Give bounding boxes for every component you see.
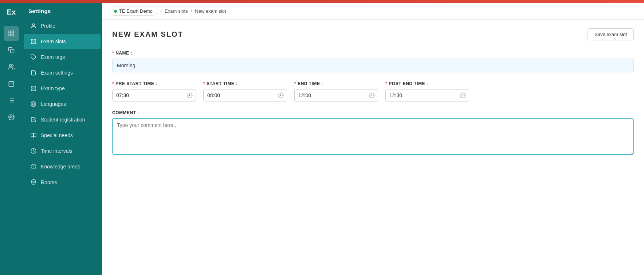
icon-bar: Ex bbox=[0, 3, 23, 275]
special-needs-icon bbox=[30, 132, 37, 139]
exam-settings-icon bbox=[30, 69, 37, 76]
svg-rect-21 bbox=[34, 42, 36, 44]
comment-textarea[interactable] bbox=[112, 118, 634, 155]
sidebar-label-profile: Profile bbox=[41, 23, 55, 29]
top-bar bbox=[0, 0, 644, 3]
sidebar-label-exam-tags: Exam tags bbox=[41, 54, 65, 60]
end-time-group: * END TIME : 🕐 bbox=[294, 81, 378, 101]
exam-slots-icon bbox=[30, 38, 37, 45]
pre-start-time-input[interactable] bbox=[113, 89, 184, 101]
breadcrumb-page: New exam slot bbox=[195, 8, 226, 14]
post-end-time-clock-icon: 🕐 bbox=[457, 90, 469, 100]
svg-rect-6 bbox=[9, 81, 14, 87]
time-fields-row: * PRE START TIME : 🕐 * START TIME : 🕐 bbox=[112, 81, 634, 101]
pre-start-time-group: * PRE START TIME : 🕐 bbox=[112, 81, 196, 101]
sidebar-label-time-intervals: Time intervals bbox=[41, 148, 72, 154]
sidebar-item-exam-settings[interactable]: Exam settings bbox=[24, 65, 101, 80]
breadcrumb-bar: TE Exam Demo › Exam slots / New exam slo… bbox=[102, 3, 644, 20]
post-end-time-group: * POST END TIME : 🕐 bbox=[385, 81, 469, 101]
main-content: TE Exam Demo › Exam slots / New exam slo… bbox=[102, 3, 644, 275]
start-time-input[interactable] bbox=[204, 89, 275, 101]
end-time-label: * END TIME : bbox=[294, 81, 378, 86]
name-input[interactable] bbox=[112, 59, 634, 72]
sidebar-label-student-registration: Student registration bbox=[41, 117, 85, 123]
svg-rect-3 bbox=[12, 34, 14, 36]
sidebar-label-special-needs: Special needs bbox=[41, 132, 73, 138]
pre-start-required: * bbox=[112, 81, 114, 86]
sidebar-label-knowledge-areas: Knowledge areas bbox=[41, 164, 80, 170]
start-time-group: * START TIME : 🕐 bbox=[203, 81, 287, 101]
app-logo: Ex bbox=[5, 6, 18, 19]
pre-start-time-clock-icon: 🕐 bbox=[184, 90, 196, 100]
icon-bar-item-list[interactable] bbox=[4, 93, 19, 108]
comment-label: COMMENT : bbox=[112, 110, 634, 115]
rooms-icon bbox=[30, 179, 37, 186]
time-intervals-icon bbox=[30, 147, 37, 155]
svg-rect-25 bbox=[31, 89, 33, 91]
breadcrumb-section: Exam slots bbox=[165, 8, 188, 14]
name-label: * NAME : bbox=[112, 51, 634, 56]
knowledge-areas-icon bbox=[30, 163, 37, 170]
breadcrumb-separator-2: / bbox=[191, 8, 192, 14]
start-time-label: * START TIME : bbox=[203, 81, 287, 86]
start-time-wrap: 🕐 bbox=[203, 89, 287, 101]
content-area: NEW EXAM SLOT Save exam slot * NAME : * … bbox=[102, 20, 644, 275]
sidebar-item-student-registration[interactable]: Student registration bbox=[24, 112, 101, 127]
sidebar-header: Settings bbox=[23, 3, 102, 18]
comment-field-group: COMMENT : bbox=[112, 110, 634, 156]
sidebar-item-special-needs[interactable]: Special needs bbox=[24, 128, 101, 143]
sidebar-item-exam-type[interactable]: Exam type bbox=[24, 81, 101, 96]
post-end-time-wrap: 🕐 bbox=[385, 89, 469, 101]
svg-rect-19 bbox=[34, 39, 36, 41]
page-title: NEW EXAM SLOT bbox=[112, 30, 183, 39]
sidebar-label-exam-type: Exam type bbox=[41, 85, 65, 91]
svg-point-33 bbox=[33, 181, 34, 183]
svg-rect-26 bbox=[34, 89, 36, 91]
post-end-time-input[interactable] bbox=[386, 89, 457, 101]
sidebar-item-exam-tags[interactable]: Exam tags bbox=[24, 49, 101, 65]
pre-start-time-label: * PRE START TIME : bbox=[112, 81, 196, 86]
svg-rect-18 bbox=[31, 39, 33, 41]
exam-type-icon bbox=[30, 85, 37, 92]
name-required-marker: * bbox=[112, 51, 114, 56]
tenant-pill[interactable]: TE Exam Demo bbox=[109, 7, 157, 16]
svg-rect-2 bbox=[9, 34, 11, 36]
post-end-required: * bbox=[385, 81, 387, 86]
name-field-group: * NAME : bbox=[112, 51, 634, 72]
svg-rect-1 bbox=[12, 31, 14, 33]
start-required: * bbox=[203, 81, 205, 86]
sidebar-item-exam-slots[interactable]: Exam slots bbox=[24, 34, 101, 49]
languages-icon bbox=[30, 100, 37, 108]
end-time-wrap: 🕐 bbox=[294, 89, 378, 101]
exam-tags-icon bbox=[30, 53, 37, 61]
page-header: NEW EXAM SLOT Save exam slot bbox=[112, 28, 634, 40]
svg-point-17 bbox=[32, 24, 34, 25]
sidebar-item-profile[interactable]: Profile bbox=[24, 18, 101, 33]
post-end-time-label: * POST END TIME : bbox=[385, 81, 469, 86]
end-time-input[interactable] bbox=[295, 89, 366, 101]
icon-bar-item-copy[interactable] bbox=[4, 43, 19, 58]
svg-point-5 bbox=[9, 64, 12, 67]
end-required: * bbox=[294, 81, 296, 86]
svg-point-16 bbox=[11, 116, 12, 118]
icon-bar-item-settings[interactable] bbox=[4, 109, 19, 125]
icon-bar-item-users[interactable] bbox=[4, 59, 19, 75]
sidebar-item-languages[interactable]: Languages bbox=[24, 96, 101, 112]
svg-rect-20 bbox=[31, 42, 33, 44]
icon-bar-item-calendar[interactable] bbox=[4, 76, 19, 91]
svg-rect-24 bbox=[34, 86, 36, 88]
sidebar-label-exam-settings: Exam settings bbox=[41, 70, 73, 76]
sidebar-item-knowledge-areas[interactable]: Knowledge areas bbox=[24, 159, 101, 174]
save-exam-slot-button[interactable]: Save exam slot bbox=[588, 28, 634, 40]
svg-rect-23 bbox=[31, 86, 33, 88]
profile-icon bbox=[30, 22, 37, 29]
svg-rect-4 bbox=[11, 49, 14, 53]
pre-start-time-wrap: 🕐 bbox=[112, 89, 196, 101]
sidebar-item-time-intervals[interactable]: Time intervals bbox=[24, 143, 101, 159]
end-time-clock-icon: 🕐 bbox=[366, 90, 378, 100]
sidebar-item-rooms[interactable]: Rooms bbox=[24, 175, 101, 190]
svg-rect-0 bbox=[9, 31, 11, 33]
sidebar-label-rooms: Rooms bbox=[41, 179, 57, 185]
sidebar: Settings Profile Exam slots Exam tags Ex… bbox=[23, 3, 102, 275]
icon-bar-item-grid[interactable] bbox=[4, 26, 19, 41]
